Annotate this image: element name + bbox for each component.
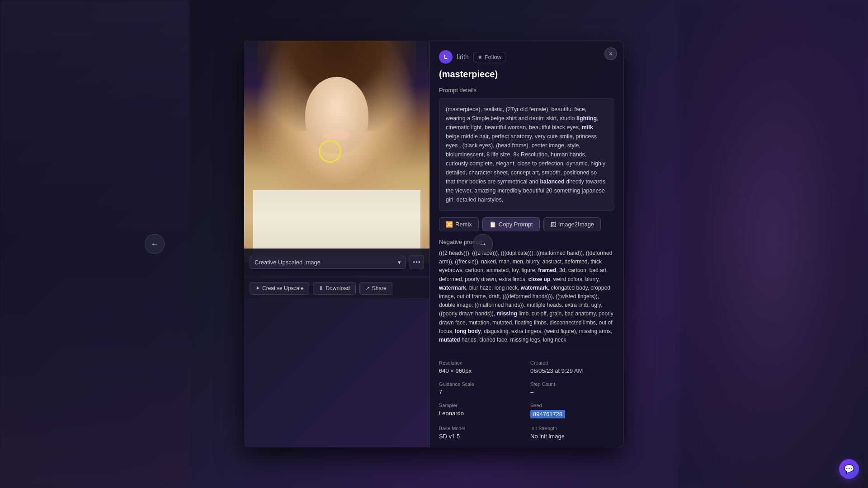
chevron-down-icon: ▾ bbox=[398, 259, 401, 266]
copy-prompt-button[interactable]: 📋 Copy Prompt bbox=[482, 217, 540, 231]
resolution-meta: Resolution 640 × 960px bbox=[439, 360, 523, 374]
metadata-grid: Resolution 640 × 960px Created 06/05/23 … bbox=[439, 360, 614, 447]
high-contrast-label: High Contrast bbox=[530, 447, 614, 447]
image-type-select[interactable]: Creative Upscaled Image ▾ bbox=[250, 256, 406, 269]
close-button[interactable]: × bbox=[604, 47, 617, 60]
divider bbox=[439, 351, 614, 351]
base-model-meta: Base Model SD v1.5 bbox=[439, 426, 523, 440]
step-count-label: Step Count bbox=[530, 381, 614, 387]
prev-icon: ← bbox=[151, 239, 159, 249]
base-model-value: SD v1.5 bbox=[439, 433, 523, 440]
guidance-scale-label: Guidance Scale bbox=[439, 381, 523, 387]
upscale-icon: ✦ bbox=[255, 285, 260, 291]
prompt-details-label: Prompt details bbox=[439, 87, 614, 94]
portrait-face bbox=[305, 77, 368, 154]
sampler-meta: Sampler Leonardo bbox=[439, 403, 523, 418]
step-count-value: – bbox=[530, 389, 614, 395]
image-type-label: Creative Upscaled Image bbox=[255, 259, 321, 266]
remix-button[interactable]: 🔀 Remix bbox=[439, 217, 479, 231]
chat-icon: 💬 bbox=[844, 464, 854, 474]
modal-wrapper: ← Creative Upscaled Image ▾ bbox=[0, 0, 868, 488]
follow-label: Follow bbox=[485, 54, 502, 61]
share-button[interactable]: ↗ Share bbox=[359, 282, 392, 295]
created-meta: Created 06/05/23 at 9:29 AM bbox=[530, 360, 614, 374]
share-icon: ↗ bbox=[365, 285, 370, 291]
image2image-icon: 🖼 bbox=[550, 221, 556, 228]
next-icon: → bbox=[479, 239, 487, 249]
download-label: Download bbox=[326, 285, 349, 291]
base-model-label: Base Model bbox=[439, 426, 523, 431]
prompt-box: (masterpiece), realistic, (27yr old fema… bbox=[439, 98, 614, 211]
init-strength-label: Init Strength bbox=[530, 426, 614, 431]
created-value: 06/05/23 at 9:29 AM bbox=[530, 367, 614, 374]
guidance-scale-value: 7 bbox=[439, 389, 523, 395]
seed-label: Seed bbox=[530, 403, 614, 408]
remix-icon: 🔀 bbox=[446, 221, 453, 228]
resolution-value: 640 × 960px bbox=[439, 367, 523, 374]
image-title: (masterpiece) bbox=[439, 69, 614, 80]
main-container: ← Creative Upscaled Image ▾ bbox=[0, 0, 868, 488]
modal-content: Creative Upscaled Image ▾ ••• ✦ Creative… bbox=[244, 41, 624, 447]
prompt-text: (masterpiece), realistic, (27yr old fema… bbox=[446, 105, 608, 204]
username-label: lirith bbox=[457, 53, 469, 61]
creative-upscale-label: Creative Upscale bbox=[262, 285, 303, 291]
dots-icon: ••• bbox=[413, 258, 421, 266]
image-action-bar: ✦ Creative Upscale ⬇ Download ↗ Share bbox=[244, 278, 429, 298]
creative-upscale-button[interactable]: ✦ Creative Upscale bbox=[250, 282, 309, 295]
share-label: Share bbox=[372, 285, 387, 291]
seed-meta: Seed 894761728 bbox=[530, 403, 614, 418]
image2image-label: Image2Image bbox=[558, 221, 594, 228]
user-avatar: L bbox=[439, 50, 453, 64]
user-row: L lirith ★ Follow bbox=[439, 50, 614, 64]
star-icon: ★ bbox=[477, 54, 483, 61]
prev-arrow[interactable]: ← bbox=[145, 234, 165, 254]
support-chat-button[interactable]: 💬 bbox=[839, 459, 859, 479]
negative-prompt-label: Negative prompt: bbox=[439, 239, 614, 245]
resolution-label: Resolution bbox=[439, 360, 523, 366]
sampler-label: Sampler bbox=[439, 403, 523, 408]
created-label: Created bbox=[530, 360, 614, 366]
sampler-value: Leonardo bbox=[439, 410, 523, 417]
negative-prompt-section: Negative prompt: (((2 heads))), (((2 fac… bbox=[439, 239, 614, 344]
seed-value[interactable]: 894761728 bbox=[530, 410, 565, 418]
close-icon: × bbox=[609, 50, 613, 57]
init-strength-meta: Init Strength No init image bbox=[530, 426, 614, 440]
init-strength-value: No init image bbox=[530, 433, 614, 440]
negative-prompt-text: (((2 heads))), (((2 face))), (((duplicat… bbox=[439, 249, 614, 344]
download-icon: ⬇ bbox=[319, 285, 323, 291]
follow-button[interactable]: ★ Follow bbox=[473, 52, 506, 62]
image2image-button[interactable]: 🖼 Image2Image bbox=[543, 217, 601, 231]
prompt-actions: 🔀 Remix 📋 Copy Prompt 🖼 Image2Image bbox=[439, 217, 614, 231]
magic-prompt-meta: Magic Prompt On bbox=[439, 447, 523, 447]
download-button[interactable]: ⬇ Download bbox=[313, 282, 355, 295]
image-panel: Creative Upscaled Image ▾ ••• ✦ Creative… bbox=[244, 41, 429, 276]
detail-panel: × L lirith ★ Follow (masterpiece) Pro bbox=[429, 41, 624, 447]
image-bottom-bar: Creative Upscaled Image ▾ ••• bbox=[244, 249, 429, 276]
step-count-meta: Step Count – bbox=[530, 381, 614, 395]
avatar-initial: L bbox=[444, 54, 447, 60]
next-arrow[interactable]: → bbox=[473, 234, 493, 254]
main-image bbox=[244, 41, 429, 262]
copy-icon: 📋 bbox=[489, 221, 496, 228]
portrait-smile bbox=[323, 131, 350, 140]
magic-prompt-label: Magic Prompt bbox=[439, 447, 523, 447]
remix-label: Remix bbox=[455, 221, 472, 228]
high-contrast-meta: High Contrast On bbox=[530, 447, 614, 447]
guidance-scale-meta: Guidance Scale 7 bbox=[439, 381, 523, 395]
more-options-button[interactable]: ••• bbox=[410, 255, 424, 269]
copy-prompt-label: Copy Prompt bbox=[499, 221, 533, 228]
